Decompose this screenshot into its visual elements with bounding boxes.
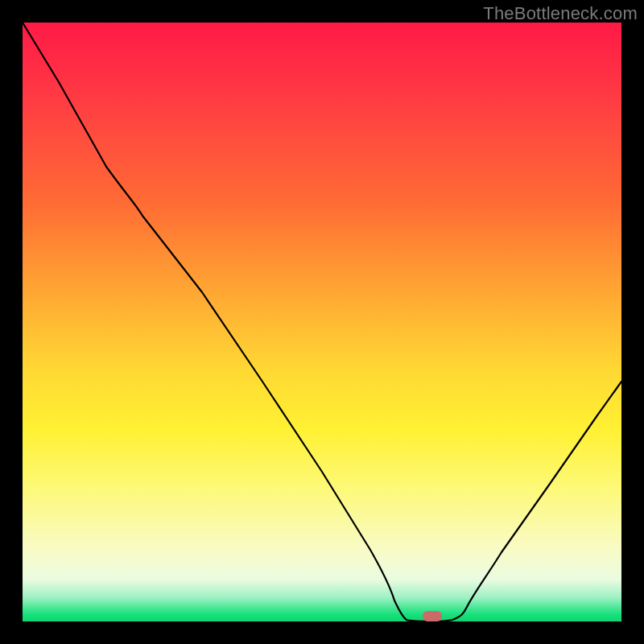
curve-path (23, 23, 621, 621)
plot-area (23, 23, 621, 621)
watermark-text: TheBottleneck.com (483, 3, 638, 24)
chart-frame: TheBottleneck.com (0, 0, 644, 644)
optimal-marker (423, 611, 442, 621)
bottleneck-curve (23, 23, 621, 621)
